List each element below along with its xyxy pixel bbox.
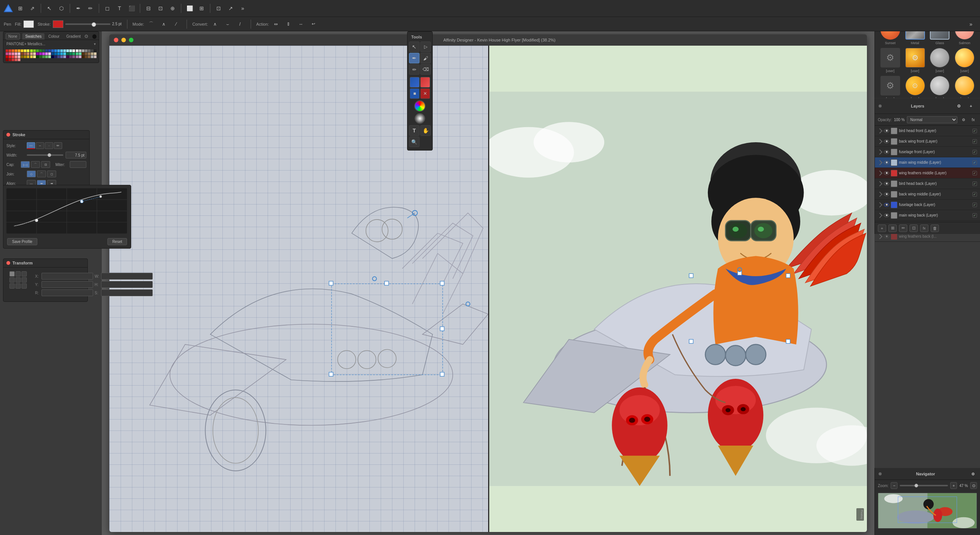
toolbar-snap-btn[interactable]: ⊞ [196, 3, 207, 14]
layer-expand-arrow[interactable] [877, 128, 882, 133]
layer-duplicate-btn[interactable]: ⊞ [888, 225, 897, 232]
color-swatch[interactable] [69, 50, 72, 52]
tab-swatches[interactable]: Swatches [22, 33, 45, 40]
mode-btn-1[interactable]: ⌒ [146, 19, 156, 29]
color-swatch[interactable] [42, 56, 45, 58]
color-swatch-black[interactable] [92, 34, 97, 39]
layer-check-8[interactable]: ✓ [972, 203, 977, 207]
window-minimize-btn[interactable] [121, 38, 126, 42]
layer-delete-btn[interactable]: 🗑 [931, 225, 939, 232]
cap-round-btn[interactable]: ⌒ [31, 161, 40, 168]
color-swatch[interactable] [45, 53, 48, 55]
color-swatch[interactable] [85, 56, 88, 58]
color-swatch[interactable] [63, 50, 66, 52]
toolbar-fill-btn[interactable]: ⬛ [126, 3, 137, 14]
options-more-btn[interactable]: » [966, 19, 976, 29]
color-swatch[interactable] [15, 53, 18, 55]
palette-arrow[interactable]: ▾ [94, 42, 96, 46]
layer-visibility-eye-4[interactable] [884, 161, 889, 164]
color-swatch[interactable] [79, 50, 81, 52]
color-swatch[interactable] [94, 56, 97, 58]
color-swatch[interactable] [91, 50, 94, 52]
color-swatch[interactable] [39, 50, 42, 52]
style-dot-btn[interactable]: · [45, 142, 53, 149]
layer-fuselage-front[interactable]: fuselage front (Layer) ✓ [875, 147, 980, 157]
action-btn-3[interactable]: ↔ [296, 19, 306, 29]
layer-bird-head-front[interactable]: bird head front (Layer) ✓ [875, 126, 980, 136]
color-swatch[interactable] [33, 50, 36, 52]
color-swatch[interactable] [88, 53, 91, 55]
anchor-mr[interactable] [21, 277, 27, 283]
color-swatch[interactable] [91, 53, 94, 55]
layers-gear-btn[interactable]: ⚙ [959, 116, 967, 123]
join-round-btn[interactable]: ⌒ [37, 171, 46, 177]
toolbar-select-btn[interactable]: ↖ [44, 3, 55, 14]
color-swatch[interactable] [85, 53, 88, 55]
window-maximize-btn[interactable] [129, 38, 134, 42]
color-swatch[interactable] [69, 56, 72, 58]
color-swatch[interactable] [54, 56, 57, 58]
color-swatch[interactable] [18, 53, 21, 55]
y-input[interactable]: 70.7 mm [41, 281, 93, 288]
reset-curve-btn[interactable]: Reset [107, 238, 127, 245]
color-swatch[interactable] [66, 56, 69, 58]
action-btn-4[interactable]: ↩ [308, 19, 318, 29]
toolbar-export-btn[interactable]: ↗ [225, 3, 236, 14]
stroke-width-thumb[interactable] [48, 153, 51, 157]
color-swatch[interactable] [76, 50, 78, 52]
color-swatch[interactable] [30, 56, 33, 58]
app-logo[interactable] [3, 3, 14, 14]
zoom-tool[interactable]: 🔍 [409, 137, 420, 147]
color-swatch[interactable] [82, 56, 84, 58]
anchor-tc[interactable] [16, 271, 21, 276]
layer-visibility-eye-5[interactable] [884, 171, 889, 175]
color-swatch[interactable] [6, 50, 8, 52]
color-swatch[interactable] [51, 50, 54, 52]
color-swatch[interactable] [60, 50, 63, 52]
style-item-user-3[interactable]: [user] [929, 48, 951, 73]
layers-settings-btn[interactable]: ⚙ [954, 101, 964, 111]
layer-check-5[interactable]: ✓ [972, 171, 977, 176]
color-swatch[interactable] [33, 56, 36, 58]
action-btn-1[interactable]: ⇔ [270, 19, 281, 29]
layer-expand-arrow-8[interactable] [877, 202, 882, 207]
toolbar-align-btn[interactable]: ⊟ [143, 3, 154, 14]
color-bw-btn[interactable] [415, 113, 425, 124]
mode-btn-3[interactable]: ∕ [171, 19, 181, 29]
color-swatch[interactable] [18, 50, 21, 52]
color-swatch[interactable] [51, 56, 54, 58]
layers-add-btn[interactable]: + [966, 101, 976, 111]
convert-btn-2[interactable]: ⌣ [223, 19, 233, 29]
zoom-out-btn[interactable]: − [891, 482, 897, 489]
color-swatch[interactable] [85, 50, 88, 52]
nav-settings-btn[interactable]: ⚙ [969, 471, 976, 477]
toolbar-pencil-btn[interactable]: ✏ [85, 3, 96, 14]
color-swatch[interactable] [12, 56, 14, 58]
style-dash-btn[interactable]: – [36, 142, 44, 149]
toolbar-shape-btn[interactable]: ◻ [102, 3, 113, 14]
color-swatch[interactable] [76, 53, 78, 55]
layer-wing-feathers-middle[interactable]: wing feathers middle (Layer) ✓ [875, 168, 980, 179]
color-swatch[interactable] [88, 56, 91, 58]
color-swatch[interactable] [9, 53, 11, 55]
color-swatch[interactable] [21, 50, 23, 52]
style-item-user-1[interactable]: ⚙ [user] [879, 48, 901, 73]
color-swatch[interactable] [27, 56, 29, 58]
stroke-width-input[interactable] [65, 152, 86, 158]
cap-butt-btn[interactable]: |—| [21, 161, 30, 168]
color-swatch[interactable] [36, 53, 39, 55]
color-swatch[interactable] [79, 56, 81, 58]
color-swatch[interactable] [51, 53, 54, 55]
color-swatch[interactable] [36, 56, 39, 58]
zoom-slider[interactable] [900, 485, 948, 486]
color-swatch[interactable] [21, 53, 23, 55]
color-swatch[interactable] [39, 56, 42, 58]
stroke-control[interactable]: Stroke: 2.5 pt [38, 21, 122, 28]
color-swatch[interactable] [60, 53, 63, 55]
color-wheel-btn[interactable] [414, 101, 426, 112]
layers-panel-dot[interactable] [878, 104, 881, 107]
convert-btn-3[interactable]: / [235, 19, 245, 29]
stroke-width-slider[interactable] [65, 23, 110, 25]
color-swatch[interactable] [30, 53, 33, 55]
text-tool[interactable]: T [409, 125, 420, 136]
